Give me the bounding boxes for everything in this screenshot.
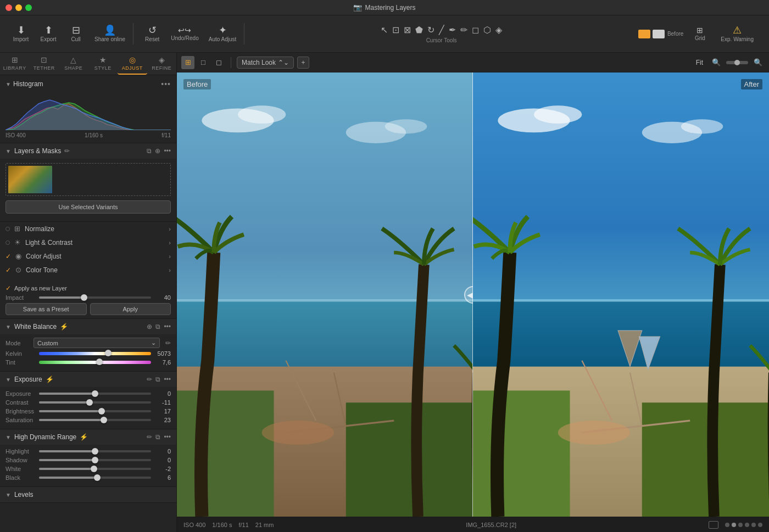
apply-button[interactable]: Apply <box>90 303 171 315</box>
cursor-tool-brush[interactable]: ✒ <box>449 25 456 35</box>
contrast-thumb[interactable] <box>86 399 93 406</box>
before-after-toggle[interactable]: Before <box>638 30 683 38</box>
normalize-item[interactable]: ⊞ Normalize › <box>5 222 171 236</box>
cursor-tool-transform[interactable]: ⊠ <box>404 25 411 35</box>
wb-mode-chevron: ⌄ <box>151 339 156 346</box>
exposure-menu-icon[interactable]: ••• <box>164 376 171 383</box>
tint-thumb[interactable] <box>96 359 103 365</box>
wb-menu-icon[interactable]: ••• <box>164 323 171 331</box>
levels-header[interactable]: ▼ Levels <box>0 487 176 502</box>
hdr-menu-icon[interactable]: ••• <box>164 433 171 441</box>
tab-adjust[interactable]: ◎ ADJUST <box>118 53 147 75</box>
hdr-header[interactable]: ▼ High Dynamic Range ⚡ ✏ ⧉ ••• <box>0 429 176 445</box>
wb-eyedropper2-icon[interactable]: ✏ <box>165 339 171 347</box>
highlight-slider[interactable] <box>39 450 151 452</box>
exposure-auto-icon[interactable]: ⚡ <box>46 376 54 383</box>
saturation-slider[interactable] <box>39 419 151 421</box>
black-thumb[interactable] <box>94 474 101 481</box>
reset-button[interactable]: ↺ Reset <box>139 23 165 44</box>
color-adjust-item[interactable]: ✓ ◉ Color Adjust › <box>5 249 171 263</box>
impact-slider[interactable] <box>39 296 151 299</box>
kelvin-slider[interactable] <box>39 352 151 355</box>
add-view-button[interactable]: + <box>297 57 309 69</box>
wb-auto-icon[interactable]: ⚡ <box>60 323 68 331</box>
use-selected-variants-button[interactable]: Use Selected Variants <box>5 200 171 214</box>
import-button[interactable]: ⬇ Import <box>8 23 34 44</box>
zoom-thumb[interactable] <box>734 60 740 65</box>
kelvin-thumb[interactable] <box>105 350 112 356</box>
grid-view-button[interactable]: ⊞ <box>181 56 194 69</box>
color-tone-item[interactable]: ✓ ⊙ Color Tone › <box>5 263 171 277</box>
highlight-thumb[interactable] <box>92 448 98 455</box>
cursor-tool-rotate[interactable]: ↻ <box>427 25 434 35</box>
white-thumb[interactable] <box>91 466 97 472</box>
export-button[interactable]: ⬆ Export <box>35 23 62 44</box>
cursor-tool-stamp[interactable]: ⬡ <box>483 25 491 35</box>
exposure-header[interactable]: ▼ Exposure ⚡ ✏ ⧉ ••• <box>0 372 176 387</box>
black-slider[interactable] <box>39 477 151 479</box>
close-button[interactable] <box>5 4 12 11</box>
contrast-slider[interactable] <box>39 401 151 404</box>
exposure-slider[interactable] <box>39 393 151 395</box>
light-contrast-dot <box>5 240 10 245</box>
histogram-menu[interactable]: ••• <box>161 80 171 88</box>
tab-shape[interactable]: △ SHAPE <box>59 53 88 75</box>
shadow-slider[interactable] <box>39 459 151 461</box>
layers-menu-icon[interactable]: ••• <box>164 147 171 155</box>
layers-copy-icon[interactable]: ⧉ <box>147 147 152 155</box>
filmstrip-view-button[interactable]: □ <box>197 56 210 69</box>
exposure-copy-icon[interactable]: ✏ <box>147 376 152 383</box>
tint-slider[interactable] <box>39 361 151 364</box>
tab-library[interactable]: ⊞ LIBRARY <box>0 53 30 75</box>
hdr-auto-icon[interactable]: ⚡ <box>80 433 88 441</box>
minimize-button[interactable] <box>15 4 22 11</box>
cursor-tool-heal[interactable]: ◈ <box>495 25 502 35</box>
white-slider[interactable] <box>39 468 151 470</box>
histogram-title-row[interactable]: ▼ Histogram <box>5 80 43 88</box>
layers-add-icon[interactable]: ⊕ <box>155 147 160 155</box>
maximize-button[interactable] <box>25 4 32 11</box>
wb-copy-icon[interactable]: ⧉ <box>155 323 160 331</box>
wb-mode-select[interactable]: Custom ⌄ <box>34 338 160 348</box>
save-preset-button[interactable]: Save as a Preset <box>5 303 87 315</box>
brightness-slider[interactable] <box>39 410 151 412</box>
grid-button[interactable]: ⊞ Grid <box>690 24 710 43</box>
hdr-paste-icon[interactable]: ⧉ <box>155 433 160 441</box>
zoom-slider[interactable] <box>726 61 748 64</box>
cursor-tool-pencil[interactable]: ✏ <box>460 25 467 35</box>
layers-masks-title: ▼ Layers & Masks ✏ <box>5 147 70 155</box>
tab-refine[interactable]: ◈ REFINE <box>147 53 177 75</box>
cursor-tool-arrow[interactable]: ↖ <box>381 25 388 35</box>
tint-label: Tint <box>5 359 36 366</box>
shadow-thumb[interactable] <box>92 457 98 463</box>
share-online-button[interactable]: 👤 Share online <box>90 23 130 44</box>
search-view-button[interactable]: 🔍 <box>751 56 765 69</box>
white-balance-header[interactable]: ▼ White Balance ⚡ ⊕ ⧉ ••• <box>0 319 176 334</box>
shadow-value: 0 <box>154 457 171 463</box>
exposure-thumb[interactable] <box>92 390 98 397</box>
cursor-tool-crop[interactable]: ⊡ <box>392 25 399 35</box>
library-icon: ⊞ <box>12 55 18 64</box>
hdr-copy-icon[interactable]: ✏ <box>147 433 152 441</box>
wb-eyedropper-icon[interactable]: ⊕ <box>147 323 152 331</box>
cursor-tool-line[interactable]: ╱ <box>439 25 444 35</box>
exposure-paste-icon[interactable]: ⧉ <box>155 376 160 383</box>
cull-icon: ⊟ <box>72 25 80 35</box>
cursor-tool-lasso[interactable]: ⬟ <box>415 25 423 35</box>
impact-thumb[interactable] <box>81 294 87 301</box>
match-look-button[interactable]: Match Look ⌃⌄ <box>237 57 294 69</box>
single-view-button[interactable]: ◻ <box>212 56 225 69</box>
layers-masks-header[interactable]: ▼ Layers & Masks ✏ ⧉ ⊕ ••• <box>0 143 176 159</box>
tab-tether[interactable]: ⊡ TETHER <box>30 53 59 75</box>
layers-edit-icon[interactable]: ✏ <box>64 147 70 155</box>
light-contrast-item[interactable]: ☀ Light & Contrast › <box>5 236 171 249</box>
cursor-tool-eraser[interactable]: ◻ <box>472 25 479 35</box>
zoom-lock-button[interactable]: 🔍 <box>710 56 723 69</box>
exp-warning-button[interactable]: ⚠ Exp. Warning <box>716 23 758 44</box>
cull-button[interactable]: ⊟ Cull <box>63 23 89 44</box>
tab-style[interactable]: ★ STYLE <box>88 53 118 75</box>
saturation-thumb[interactable] <box>101 417 107 423</box>
undo-redo-button[interactable]: ↩↪ Undo/Redo <box>166 24 203 43</box>
brightness-thumb[interactable] <box>98 408 105 415</box>
auto-adjust-button[interactable]: ✦ Auto Adjust <box>204 23 241 44</box>
